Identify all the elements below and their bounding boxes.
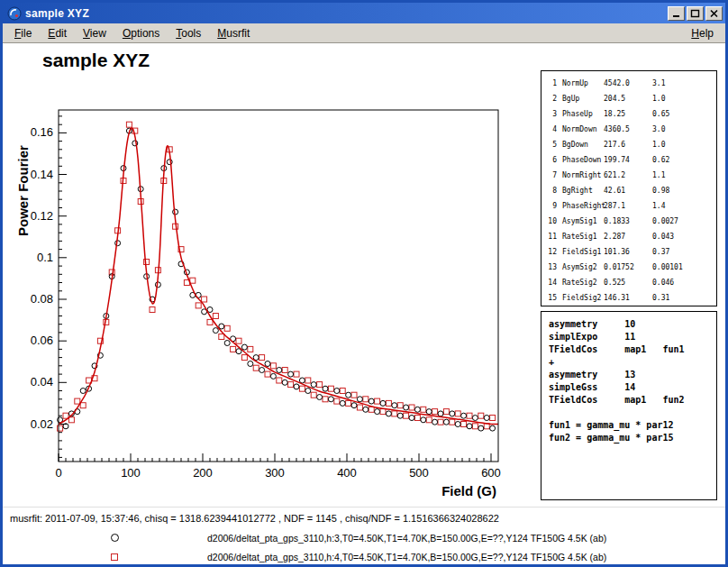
fit-curve [59, 128, 498, 425]
app-window: sample XYZ FileEditViewOptionsToolsMusrf… [0, 0, 728, 567]
theory-line: fun1 = gamma_mu * par12 [549, 419, 716, 432]
minimize-button[interactable] [668, 6, 685, 21]
y-tick-label: 0.12 [31, 209, 53, 223]
legend-square-marker [111, 553, 118, 561]
fit-status-line: musrfit: 2011-07-09, 15:37:46, chisq = 1… [10, 513, 499, 524]
theory-line: asymmetry 13 [549, 369, 716, 381]
menu-item-options[interactable]: Options [114, 25, 168, 41]
param-row: 10AsymSig10.18330.0027 [546, 214, 716, 229]
param-row: 7NormRight621.21.1 [546, 168, 716, 183]
x-tick-label: 300 [265, 466, 285, 480]
param-row: 15FieldSig2146.310.31 [546, 290, 716, 306]
close-button[interactable] [705, 6, 723, 21]
legend-circle-marker [111, 534, 119, 542]
param-row: 1NormUp4542.03.1 [546, 76, 716, 91]
param-row: 11RateSig12.2870.043 [546, 229, 716, 244]
x-tick-label: 100 [121, 466, 141, 480]
close-icon [709, 9, 719, 18]
maximize-button[interactable] [687, 6, 704, 21]
param-row: 9PhaseRight287.11.4 [546, 198, 716, 214]
fit-parameters-rows: 1NormUp4542.03.12BgUp204.51.03PhaseUp18.… [546, 76, 716, 306]
menu-item-edit[interactable]: Edit [40, 25, 75, 41]
plot-area[interactable]: 01002003004005006000.020.040.060.080.10.… [3, 43, 543, 512]
menu-item-help[interactable]: Help [683, 25, 722, 41]
menubar-left: FileEditViewOptionsToolsMusrfit [6, 25, 258, 41]
minimize-icon [671, 9, 681, 18]
menubar: FileEditViewOptionsToolsMusrfit Help [3, 23, 725, 43]
theory-line [549, 407, 716, 419]
param-row: 5BgDown217.61.0 [546, 137, 716, 152]
x-tick-label: 500 [409, 466, 429, 480]
menu-item-musrfit[interactable]: Musrfit [209, 25, 258, 41]
y-tick-label: 0.1 [37, 251, 53, 264]
param-row: 6PhaseDown199.740.62 [546, 152, 716, 168]
theory-line: + [549, 356, 716, 369]
y-axis-title: Power Fourier [15, 145, 31, 236]
window-title: sample XYZ [25, 7, 89, 20]
menu-item-view[interactable]: View [75, 25, 114, 41]
legend-entry: d2006/deltat_pta_gps_3110,h:4,T0=4.50K,T… [3, 548, 725, 567]
param-row: 13AsymSig20.017520.00101 [546, 260, 716, 275]
theory-line: asymmetry 10 [549, 318, 716, 331]
legend-label: d2006/deltat_pta_gps_3110,h:3,T0=4.50K,T… [207, 533, 606, 544]
y-tick-label: 0.04 [31, 375, 53, 389]
fit-parameters-box: 1NormUp4542.03.12BgUp204.51.03PhaseUp18.… [541, 70, 717, 306]
x-tick-label: 600 [481, 466, 501, 480]
axis-ticks: 01002003004005006000.020.040.060.080.10.… [31, 116, 501, 480]
theory-line: simplExpo 11 [549, 331, 716, 343]
theory-line: simpleGss 14 [549, 381, 716, 394]
legend-label: d2006/deltat_pta_gps_3110,h:4,T0=4.50K,T… [207, 552, 606, 562]
theory-box: asymmetry 10simplExpo 11TFieldCos map1 f… [541, 311, 717, 500]
y-tick-label: 0.02 [31, 417, 53, 431]
param-row: 14RateSig20.5250.046 [546, 275, 716, 290]
plot-title: sample XYZ [42, 50, 150, 71]
x-tick-label: 200 [193, 466, 213, 480]
titlebar[interactable]: sample XYZ [3, 3, 725, 23]
param-row: 2BgUp204.51.0 [546, 91, 716, 106]
y-tick-label: 0.06 [31, 334, 53, 347]
theory-lines: asymmetry 10simplExpo 11TFieldCos map1 f… [549, 318, 716, 444]
y-tick-label: 0.16 [31, 125, 53, 139]
y-tick-label: 0.14 [31, 168, 53, 181]
legend-entry: d2006/deltat_pta_gps_3110,h:3,T0=4.50K,T… [3, 529, 725, 548]
maximize-icon [690, 9, 700, 18]
param-row: 12FieldSig1101.360.37 [546, 244, 716, 260]
menu-item-file[interactable]: File [6, 25, 40, 41]
root-canvas[interactable]: 01002003004005006000.020.040.060.080.10.… [3, 43, 725, 564]
param-row: 4NormDown4360.53.0 [546, 122, 716, 137]
y-tick-label: 0.08 [31, 292, 53, 306]
app-icon[interactable] [7, 6, 22, 21]
menubar-right: Help [683, 25, 722, 41]
theory-line: TFieldCos map1 fun2 [549, 394, 716, 407]
data-points [58, 122, 496, 431]
param-row: 3PhaseUp18.250.65 [546, 106, 716, 122]
legend: d2006/deltat_pta_gps_3110,h:3,T0=4.50K,T… [3, 529, 725, 567]
theory-line: TFieldCos map1 fun1 [549, 343, 716, 356]
x-axis-title: Field (G) [441, 483, 496, 498]
window-controls [668, 6, 723, 21]
fit-line-group [59, 128, 498, 425]
info-footer: musrfit: 2011-07-09, 15:37:46, chisq = 1… [3, 507, 725, 562]
param-row: 8BgRight42.610.98 [546, 183, 716, 198]
menu-item-tools[interactable]: Tools [168, 25, 209, 41]
x-tick-label: 0 [55, 466, 61, 480]
x-tick-label: 400 [337, 466, 357, 480]
theory-line: fun2 = gamma_mu * par15 [549, 432, 716, 444]
